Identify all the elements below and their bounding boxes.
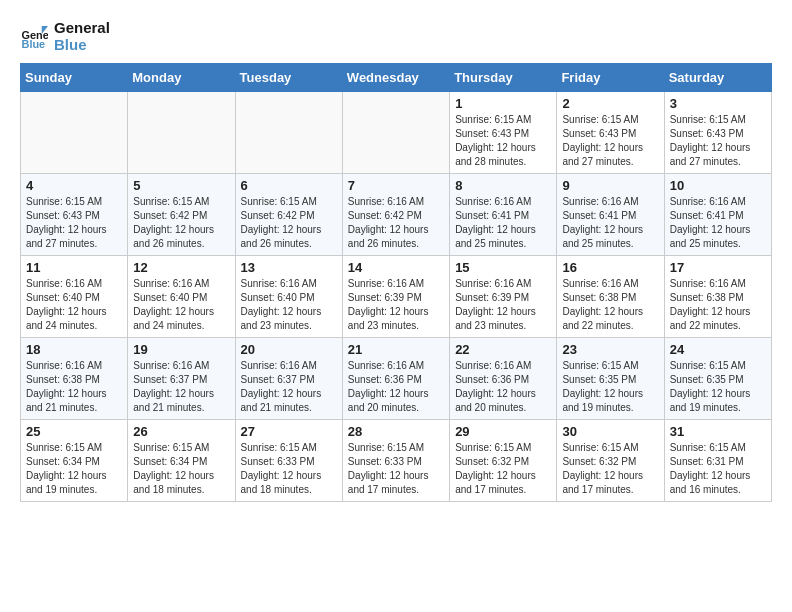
- calendar-table: SundayMondayTuesdayWednesdayThursdayFrid…: [20, 63, 772, 502]
- day-number: 2: [562, 96, 658, 111]
- day-content: Sunrise: 6:16 AM Sunset: 6:36 PM Dayligh…: [348, 359, 444, 415]
- calendar-cell: 10Sunrise: 6:16 AM Sunset: 6:41 PM Dayli…: [664, 174, 771, 256]
- weekday-header-row: SundayMondayTuesdayWednesdayThursdayFrid…: [21, 64, 772, 92]
- day-number: 26: [133, 424, 229, 439]
- calendar-cell: 7Sunrise: 6:16 AM Sunset: 6:42 PM Daylig…: [342, 174, 449, 256]
- day-number: 22: [455, 342, 551, 357]
- day-content: Sunrise: 6:15 AM Sunset: 6:33 PM Dayligh…: [348, 441, 444, 497]
- calendar-cell: [21, 92, 128, 174]
- calendar-cell: 19Sunrise: 6:16 AM Sunset: 6:37 PM Dayli…: [128, 338, 235, 420]
- day-number: 27: [241, 424, 337, 439]
- day-content: Sunrise: 6:16 AM Sunset: 6:41 PM Dayligh…: [562, 195, 658, 251]
- day-number: 30: [562, 424, 658, 439]
- day-content: Sunrise: 6:16 AM Sunset: 6:41 PM Dayligh…: [455, 195, 551, 251]
- day-content: Sunrise: 6:16 AM Sunset: 6:40 PM Dayligh…: [133, 277, 229, 333]
- calendar-week-row: 4Sunrise: 6:15 AM Sunset: 6:43 PM Daylig…: [21, 174, 772, 256]
- day-number: 31: [670, 424, 766, 439]
- day-content: Sunrise: 6:15 AM Sunset: 6:32 PM Dayligh…: [562, 441, 658, 497]
- calendar-week-row: 1Sunrise: 6:15 AM Sunset: 6:43 PM Daylig…: [21, 92, 772, 174]
- day-number: 4: [26, 178, 122, 193]
- calendar-cell: 6Sunrise: 6:15 AM Sunset: 6:42 PM Daylig…: [235, 174, 342, 256]
- day-number: 23: [562, 342, 658, 357]
- day-number: 24: [670, 342, 766, 357]
- calendar-cell: 16Sunrise: 6:16 AM Sunset: 6:38 PM Dayli…: [557, 256, 664, 338]
- day-content: Sunrise: 6:15 AM Sunset: 6:35 PM Dayligh…: [670, 359, 766, 415]
- page-header: General Blue General Blue: [20, 20, 772, 53]
- day-content: Sunrise: 6:16 AM Sunset: 6:37 PM Dayligh…: [241, 359, 337, 415]
- day-number: 21: [348, 342, 444, 357]
- calendar-cell: 25Sunrise: 6:15 AM Sunset: 6:34 PM Dayli…: [21, 420, 128, 502]
- calendar-cell: 11Sunrise: 6:16 AM Sunset: 6:40 PM Dayli…: [21, 256, 128, 338]
- day-content: Sunrise: 6:16 AM Sunset: 6:39 PM Dayligh…: [455, 277, 551, 333]
- day-number: 1: [455, 96, 551, 111]
- calendar-cell: 12Sunrise: 6:16 AM Sunset: 6:40 PM Dayli…: [128, 256, 235, 338]
- logo-line2: Blue: [54, 37, 110, 54]
- day-number: 14: [348, 260, 444, 275]
- day-number: 12: [133, 260, 229, 275]
- calendar-cell: 15Sunrise: 6:16 AM Sunset: 6:39 PM Dayli…: [450, 256, 557, 338]
- day-content: Sunrise: 6:15 AM Sunset: 6:42 PM Dayligh…: [133, 195, 229, 251]
- day-number: 9: [562, 178, 658, 193]
- day-content: Sunrise: 6:15 AM Sunset: 6:34 PM Dayligh…: [133, 441, 229, 497]
- logo: General Blue General Blue: [20, 20, 110, 53]
- day-content: Sunrise: 6:16 AM Sunset: 6:38 PM Dayligh…: [670, 277, 766, 333]
- weekday-header-cell: Thursday: [450, 64, 557, 92]
- calendar-cell: [128, 92, 235, 174]
- calendar-week-row: 11Sunrise: 6:16 AM Sunset: 6:40 PM Dayli…: [21, 256, 772, 338]
- day-number: 5: [133, 178, 229, 193]
- calendar-cell: [342, 92, 449, 174]
- calendar-cell: 27Sunrise: 6:15 AM Sunset: 6:33 PM Dayli…: [235, 420, 342, 502]
- logo-icon: General Blue: [20, 23, 48, 51]
- calendar-week-row: 18Sunrise: 6:16 AM Sunset: 6:38 PM Dayli…: [21, 338, 772, 420]
- day-content: Sunrise: 6:16 AM Sunset: 6:40 PM Dayligh…: [241, 277, 337, 333]
- calendar-cell: 1Sunrise: 6:15 AM Sunset: 6:43 PM Daylig…: [450, 92, 557, 174]
- weekday-header-cell: Monday: [128, 64, 235, 92]
- day-number: 7: [348, 178, 444, 193]
- day-number: 16: [562, 260, 658, 275]
- calendar-cell: 29Sunrise: 6:15 AM Sunset: 6:32 PM Dayli…: [450, 420, 557, 502]
- calendar-cell: 4Sunrise: 6:15 AM Sunset: 6:43 PM Daylig…: [21, 174, 128, 256]
- day-content: Sunrise: 6:15 AM Sunset: 6:32 PM Dayligh…: [455, 441, 551, 497]
- day-number: 17: [670, 260, 766, 275]
- calendar-cell: 30Sunrise: 6:15 AM Sunset: 6:32 PM Dayli…: [557, 420, 664, 502]
- calendar-cell: 23Sunrise: 6:15 AM Sunset: 6:35 PM Dayli…: [557, 338, 664, 420]
- calendar-cell: 21Sunrise: 6:16 AM Sunset: 6:36 PM Dayli…: [342, 338, 449, 420]
- calendar-cell: 20Sunrise: 6:16 AM Sunset: 6:37 PM Dayli…: [235, 338, 342, 420]
- calendar-cell: 3Sunrise: 6:15 AM Sunset: 6:43 PM Daylig…: [664, 92, 771, 174]
- day-number: 15: [455, 260, 551, 275]
- calendar-cell: 22Sunrise: 6:16 AM Sunset: 6:36 PM Dayli…: [450, 338, 557, 420]
- calendar-cell: 13Sunrise: 6:16 AM Sunset: 6:40 PM Dayli…: [235, 256, 342, 338]
- day-number: 19: [133, 342, 229, 357]
- day-content: Sunrise: 6:16 AM Sunset: 6:39 PM Dayligh…: [348, 277, 444, 333]
- day-number: 3: [670, 96, 766, 111]
- calendar-cell: 28Sunrise: 6:15 AM Sunset: 6:33 PM Dayli…: [342, 420, 449, 502]
- day-number: 8: [455, 178, 551, 193]
- day-number: 13: [241, 260, 337, 275]
- day-content: Sunrise: 6:16 AM Sunset: 6:36 PM Dayligh…: [455, 359, 551, 415]
- day-content: Sunrise: 6:16 AM Sunset: 6:38 PM Dayligh…: [26, 359, 122, 415]
- calendar-cell: 24Sunrise: 6:15 AM Sunset: 6:35 PM Dayli…: [664, 338, 771, 420]
- day-number: 28: [348, 424, 444, 439]
- day-content: Sunrise: 6:15 AM Sunset: 6:35 PM Dayligh…: [562, 359, 658, 415]
- calendar-cell: 17Sunrise: 6:16 AM Sunset: 6:38 PM Dayli…: [664, 256, 771, 338]
- calendar-cell: 14Sunrise: 6:16 AM Sunset: 6:39 PM Dayli…: [342, 256, 449, 338]
- svg-text:Blue: Blue: [22, 37, 46, 49]
- day-content: Sunrise: 6:15 AM Sunset: 6:43 PM Dayligh…: [455, 113, 551, 169]
- weekday-header-cell: Friday: [557, 64, 664, 92]
- day-content: Sunrise: 6:15 AM Sunset: 6:34 PM Dayligh…: [26, 441, 122, 497]
- day-content: Sunrise: 6:15 AM Sunset: 6:42 PM Dayligh…: [241, 195, 337, 251]
- day-content: Sunrise: 6:15 AM Sunset: 6:43 PM Dayligh…: [562, 113, 658, 169]
- day-number: 29: [455, 424, 551, 439]
- logo-line1: General: [54, 20, 110, 37]
- calendar-cell: 9Sunrise: 6:16 AM Sunset: 6:41 PM Daylig…: [557, 174, 664, 256]
- calendar-cell: 26Sunrise: 6:15 AM Sunset: 6:34 PM Dayli…: [128, 420, 235, 502]
- calendar-cell: [235, 92, 342, 174]
- calendar-cell: 5Sunrise: 6:15 AM Sunset: 6:42 PM Daylig…: [128, 174, 235, 256]
- calendar-cell: 31Sunrise: 6:15 AM Sunset: 6:31 PM Dayli…: [664, 420, 771, 502]
- day-number: 20: [241, 342, 337, 357]
- calendar-cell: 2Sunrise: 6:15 AM Sunset: 6:43 PM Daylig…: [557, 92, 664, 174]
- day-number: 6: [241, 178, 337, 193]
- day-content: Sunrise: 6:16 AM Sunset: 6:40 PM Dayligh…: [26, 277, 122, 333]
- day-content: Sunrise: 6:16 AM Sunset: 6:42 PM Dayligh…: [348, 195, 444, 251]
- day-content: Sunrise: 6:15 AM Sunset: 6:43 PM Dayligh…: [26, 195, 122, 251]
